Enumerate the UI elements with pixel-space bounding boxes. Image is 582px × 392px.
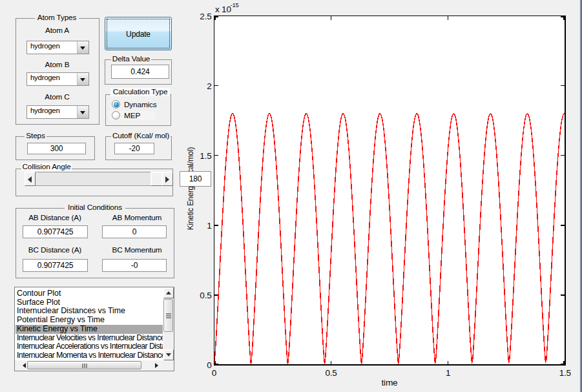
svg-text:0.5: 0.5: [200, 291, 211, 300]
svg-text:0: 0: [212, 368, 216, 378]
svg-text:Kinetic Energy (Kcal/mol): Kinetic Energy (Kcal/mol): [186, 147, 195, 231]
svg-text:0: 0: [207, 360, 211, 370]
svg-text:1: 1: [446, 368, 450, 378]
svg-text:2: 2: [207, 81, 211, 91]
svg-text:-15: -15: [231, 1, 239, 8]
svg-text:0.5: 0.5: [326, 368, 337, 378]
svg-text:1: 1: [207, 221, 211, 231]
svg-text:time: time: [381, 378, 397, 387]
svg-text:2.5: 2.5: [200, 12, 211, 21]
svg-text:1.5: 1.5: [559, 368, 571, 378]
svg-text:x 10: x 10: [215, 5, 231, 14]
svg-text:1.5: 1.5: [200, 151, 211, 161]
